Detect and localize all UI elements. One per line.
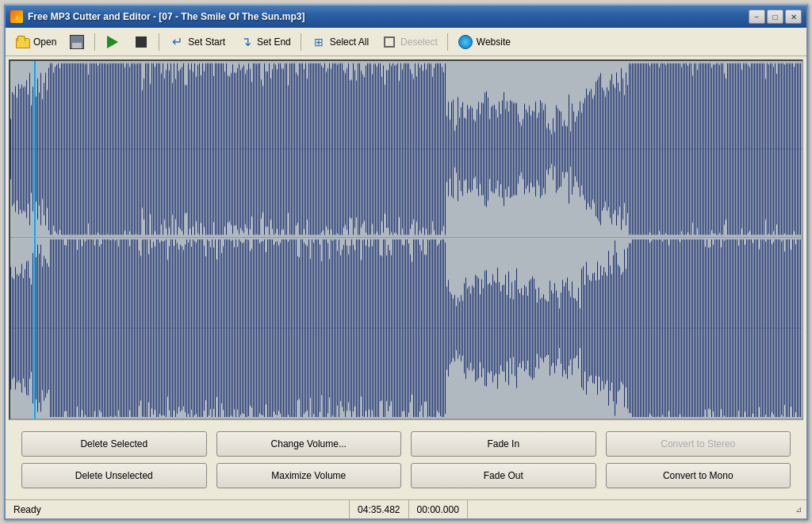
playhead-top xyxy=(34,61,36,237)
status-text-section: Ready xyxy=(10,500,350,518)
open-icon xyxy=(14,34,30,50)
convert-to-mono-button[interactable]: Convert to Mono xyxy=(606,463,791,488)
stop-icon xyxy=(133,34,149,50)
title-bar-left: ♪ Free MP3 Cutter and Editor - [07 - The… xyxy=(10,10,304,23)
delete-unselected-button[interactable]: Delete Unselected xyxy=(21,463,207,488)
toolbar-sep-3 xyxy=(301,33,301,51)
change-volume-button[interactable]: Change Volume... xyxy=(216,431,402,457)
select-all-button[interactable]: ⊞ Select All xyxy=(305,31,374,53)
waveform-canvas-top xyxy=(10,61,802,237)
set-end-button[interactable]: ↴ Set End xyxy=(232,31,297,53)
app-icon: ♪ xyxy=(10,10,23,23)
window-title: Free MP3 Cutter and Editor - [07 - The S… xyxy=(28,11,304,22)
action-buttons-area: Delete Selected Change Volume... Fade In… xyxy=(6,423,806,499)
play-icon xyxy=(105,34,121,50)
title-bar: ♪ Free MP3 Cutter and Editor - [07 - The… xyxy=(6,6,806,28)
deselect-button[interactable]: Deselect xyxy=(376,31,443,53)
open-button[interactable]: Open xyxy=(9,31,62,53)
status-current-time: 00:00.000 xyxy=(409,500,468,518)
toolbar-sep-1 xyxy=(94,33,95,51)
maximize-volume-button[interactable]: Maximize Volume xyxy=(216,463,402,488)
fade-in-button[interactable]: Fade In xyxy=(411,431,596,457)
delete-selected-button[interactable]: Delete Selected xyxy=(21,431,207,457)
status-text: Ready xyxy=(13,504,41,515)
save-button[interactable] xyxy=(63,31,90,53)
waveform-channel-bottom[interactable] xyxy=(10,238,802,419)
playhead-bottom xyxy=(34,238,36,419)
status-bar: Ready 04:35.482 00:00.000 ⊿ xyxy=(6,499,806,518)
restore-button[interactable]: □ xyxy=(767,10,783,24)
set-start-button[interactable]: ↵ Set Start xyxy=(163,31,231,53)
play-button[interactable] xyxy=(99,31,126,53)
status-total-time: 04:35.482 xyxy=(350,500,408,518)
stop-button[interactable] xyxy=(128,31,155,53)
toolbar-sep-4 xyxy=(447,33,448,51)
waveform-canvas-bottom xyxy=(10,238,802,419)
deselect-icon xyxy=(381,34,397,50)
close-button[interactable]: ✕ xyxy=(785,10,802,24)
waveform-channel-top[interactable] xyxy=(10,61,802,238)
fade-out-button[interactable]: Fade Out xyxy=(411,463,596,488)
window-controls: − □ ✕ xyxy=(749,10,802,24)
resize-handle[interactable]: ⊿ xyxy=(795,505,802,514)
waveform-container[interactable] xyxy=(9,59,803,420)
set-end-icon: ↴ xyxy=(238,34,254,50)
save-icon xyxy=(69,34,85,50)
set-start-icon: ↵ xyxy=(169,34,185,50)
website-icon xyxy=(458,34,473,50)
toolbar-sep-2 xyxy=(159,33,159,51)
toolbar: Open ↵ Set Start ↴ xyxy=(6,28,806,56)
select-all-icon: ⊞ xyxy=(311,34,327,50)
website-button[interactable]: Website xyxy=(452,31,516,53)
main-window: ♪ Free MP3 Cutter and Editor - [07 - The… xyxy=(4,4,808,520)
minimize-button[interactable]: − xyxy=(749,10,765,24)
convert-to-stereo-button[interactable]: Convert to Stereo xyxy=(606,431,791,457)
